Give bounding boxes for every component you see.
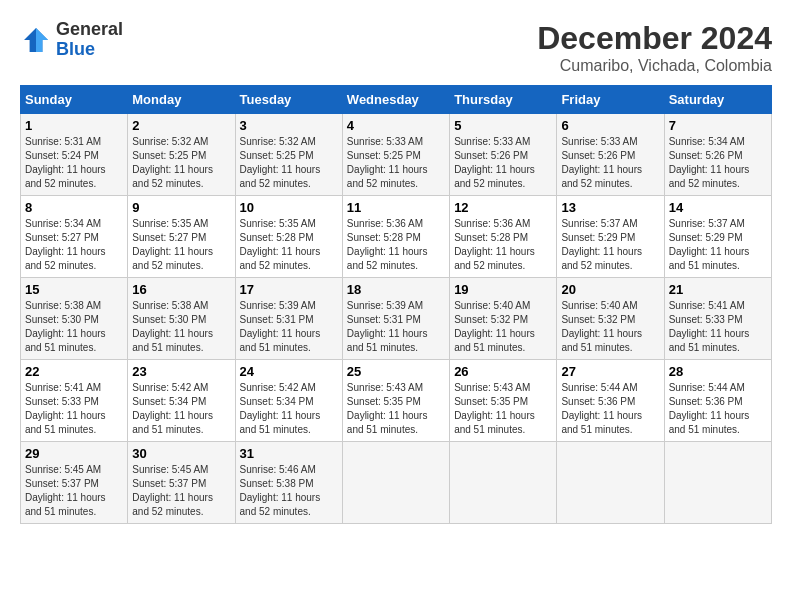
table-row: 6 Sunrise: 5:33 AM Sunset: 5:26 PM Dayli…	[557, 114, 664, 196]
day-info: Sunrise: 5:32 AM Sunset: 5:25 PM Dayligh…	[132, 135, 230, 191]
day-number: 2	[132, 118, 230, 133]
day-number: 6	[561, 118, 659, 133]
day-info: Sunrise: 5:41 AM Sunset: 5:33 PM Dayligh…	[669, 299, 767, 355]
table-row: 2 Sunrise: 5:32 AM Sunset: 5:25 PM Dayli…	[128, 114, 235, 196]
table-row: 1 Sunrise: 5:31 AM Sunset: 5:24 PM Dayli…	[21, 114, 128, 196]
day-number: 8	[25, 200, 123, 215]
day-number: 21	[669, 282, 767, 297]
day-info: Sunrise: 5:40 AM Sunset: 5:32 PM Dayligh…	[454, 299, 552, 355]
table-row: 8 Sunrise: 5:34 AM Sunset: 5:27 PM Dayli…	[21, 196, 128, 278]
day-info: Sunrise: 5:33 AM Sunset: 5:25 PM Dayligh…	[347, 135, 445, 191]
day-info: Sunrise: 5:31 AM Sunset: 5:24 PM Dayligh…	[25, 135, 123, 191]
day-number: 1	[25, 118, 123, 133]
table-row: 27 Sunrise: 5:44 AM Sunset: 5:36 PM Dayl…	[557, 360, 664, 442]
day-number: 7	[669, 118, 767, 133]
logo-icon	[20, 24, 52, 56]
calendar-table: Sunday Monday Tuesday Wednesday Thursday…	[20, 85, 772, 524]
day-number: 13	[561, 200, 659, 215]
calendar-week-row: 29 Sunrise: 5:45 AM Sunset: 5:37 PM Dayl…	[21, 442, 772, 524]
col-tuesday: Tuesday	[235, 86, 342, 114]
calendar-week-row: 22 Sunrise: 5:41 AM Sunset: 5:33 PM Dayl…	[21, 360, 772, 442]
table-row: 22 Sunrise: 5:41 AM Sunset: 5:33 PM Dayl…	[21, 360, 128, 442]
title-block: December 2024 Cumaribo, Vichada, Colombi…	[537, 20, 772, 75]
table-row: 19 Sunrise: 5:40 AM Sunset: 5:32 PM Dayl…	[450, 278, 557, 360]
day-number: 22	[25, 364, 123, 379]
table-row: 17 Sunrise: 5:39 AM Sunset: 5:31 PM Dayl…	[235, 278, 342, 360]
day-number: 12	[454, 200, 552, 215]
table-row	[450, 442, 557, 524]
day-info: Sunrise: 5:38 AM Sunset: 5:30 PM Dayligh…	[25, 299, 123, 355]
table-row: 3 Sunrise: 5:32 AM Sunset: 5:25 PM Dayli…	[235, 114, 342, 196]
day-info: Sunrise: 5:37 AM Sunset: 5:29 PM Dayligh…	[561, 217, 659, 273]
day-number: 4	[347, 118, 445, 133]
day-info: Sunrise: 5:36 AM Sunset: 5:28 PM Dayligh…	[454, 217, 552, 273]
day-info: Sunrise: 5:34 AM Sunset: 5:27 PM Dayligh…	[25, 217, 123, 273]
table-row: 29 Sunrise: 5:45 AM Sunset: 5:37 PM Dayl…	[21, 442, 128, 524]
day-info: Sunrise: 5:45 AM Sunset: 5:37 PM Dayligh…	[25, 463, 123, 519]
day-number: 31	[240, 446, 338, 461]
calendar-week-row: 8 Sunrise: 5:34 AM Sunset: 5:27 PM Dayli…	[21, 196, 772, 278]
day-info: Sunrise: 5:45 AM Sunset: 5:37 PM Dayligh…	[132, 463, 230, 519]
logo-general: General	[56, 19, 123, 39]
day-info: Sunrise: 5:36 AM Sunset: 5:28 PM Dayligh…	[347, 217, 445, 273]
day-info: Sunrise: 5:33 AM Sunset: 5:26 PM Dayligh…	[454, 135, 552, 191]
day-number: 20	[561, 282, 659, 297]
col-wednesday: Wednesday	[342, 86, 449, 114]
table-row: 13 Sunrise: 5:37 AM Sunset: 5:29 PM Dayl…	[557, 196, 664, 278]
table-row	[342, 442, 449, 524]
day-info: Sunrise: 5:39 AM Sunset: 5:31 PM Dayligh…	[347, 299, 445, 355]
table-row	[557, 442, 664, 524]
day-number: 9	[132, 200, 230, 215]
day-number: 18	[347, 282, 445, 297]
day-number: 3	[240, 118, 338, 133]
calendar-week-row: 1 Sunrise: 5:31 AM Sunset: 5:24 PM Dayli…	[21, 114, 772, 196]
table-row: 30 Sunrise: 5:45 AM Sunset: 5:37 PM Dayl…	[128, 442, 235, 524]
day-number: 28	[669, 364, 767, 379]
day-number: 29	[25, 446, 123, 461]
day-info: Sunrise: 5:34 AM Sunset: 5:26 PM Dayligh…	[669, 135, 767, 191]
table-row: 15 Sunrise: 5:38 AM Sunset: 5:30 PM Dayl…	[21, 278, 128, 360]
col-monday: Monday	[128, 86, 235, 114]
col-saturday: Saturday	[664, 86, 771, 114]
col-friday: Friday	[557, 86, 664, 114]
day-number: 23	[132, 364, 230, 379]
table-row: 16 Sunrise: 5:38 AM Sunset: 5:30 PM Dayl…	[128, 278, 235, 360]
day-info: Sunrise: 5:39 AM Sunset: 5:31 PM Dayligh…	[240, 299, 338, 355]
calendar-title: December 2024	[537, 20, 772, 57]
logo: General Blue	[20, 20, 123, 60]
day-info: Sunrise: 5:46 AM Sunset: 5:38 PM Dayligh…	[240, 463, 338, 519]
day-info: Sunrise: 5:44 AM Sunset: 5:36 PM Dayligh…	[669, 381, 767, 437]
table-row: 31 Sunrise: 5:46 AM Sunset: 5:38 PM Dayl…	[235, 442, 342, 524]
day-number: 17	[240, 282, 338, 297]
table-row: 18 Sunrise: 5:39 AM Sunset: 5:31 PM Dayl…	[342, 278, 449, 360]
day-number: 11	[347, 200, 445, 215]
table-row: 26 Sunrise: 5:43 AM Sunset: 5:35 PM Dayl…	[450, 360, 557, 442]
day-number: 16	[132, 282, 230, 297]
day-info: Sunrise: 5:44 AM Sunset: 5:36 PM Dayligh…	[561, 381, 659, 437]
table-row: 4 Sunrise: 5:33 AM Sunset: 5:25 PM Dayli…	[342, 114, 449, 196]
table-row	[664, 442, 771, 524]
table-row: 10 Sunrise: 5:35 AM Sunset: 5:28 PM Dayl…	[235, 196, 342, 278]
table-row: 20 Sunrise: 5:40 AM Sunset: 5:32 PM Dayl…	[557, 278, 664, 360]
day-number: 25	[347, 364, 445, 379]
table-row: 9 Sunrise: 5:35 AM Sunset: 5:27 PM Dayli…	[128, 196, 235, 278]
day-info: Sunrise: 5:42 AM Sunset: 5:34 PM Dayligh…	[132, 381, 230, 437]
table-row: 7 Sunrise: 5:34 AM Sunset: 5:26 PM Dayli…	[664, 114, 771, 196]
day-number: 26	[454, 364, 552, 379]
day-info: Sunrise: 5:37 AM Sunset: 5:29 PM Dayligh…	[669, 217, 767, 273]
day-info: Sunrise: 5:33 AM Sunset: 5:26 PM Dayligh…	[561, 135, 659, 191]
calendar-week-row: 15 Sunrise: 5:38 AM Sunset: 5:30 PM Dayl…	[21, 278, 772, 360]
day-number: 27	[561, 364, 659, 379]
day-info: Sunrise: 5:32 AM Sunset: 5:25 PM Dayligh…	[240, 135, 338, 191]
table-row: 28 Sunrise: 5:44 AM Sunset: 5:36 PM Dayl…	[664, 360, 771, 442]
day-number: 30	[132, 446, 230, 461]
table-row: 25 Sunrise: 5:43 AM Sunset: 5:35 PM Dayl…	[342, 360, 449, 442]
table-row: 23 Sunrise: 5:42 AM Sunset: 5:34 PM Dayl…	[128, 360, 235, 442]
col-sunday: Sunday	[21, 86, 128, 114]
table-row: 21 Sunrise: 5:41 AM Sunset: 5:33 PM Dayl…	[664, 278, 771, 360]
table-row: 24 Sunrise: 5:42 AM Sunset: 5:34 PM Dayl…	[235, 360, 342, 442]
day-info: Sunrise: 5:41 AM Sunset: 5:33 PM Dayligh…	[25, 381, 123, 437]
logo-blue: Blue	[56, 39, 95, 59]
day-number: 15	[25, 282, 123, 297]
table-row: 5 Sunrise: 5:33 AM Sunset: 5:26 PM Dayli…	[450, 114, 557, 196]
